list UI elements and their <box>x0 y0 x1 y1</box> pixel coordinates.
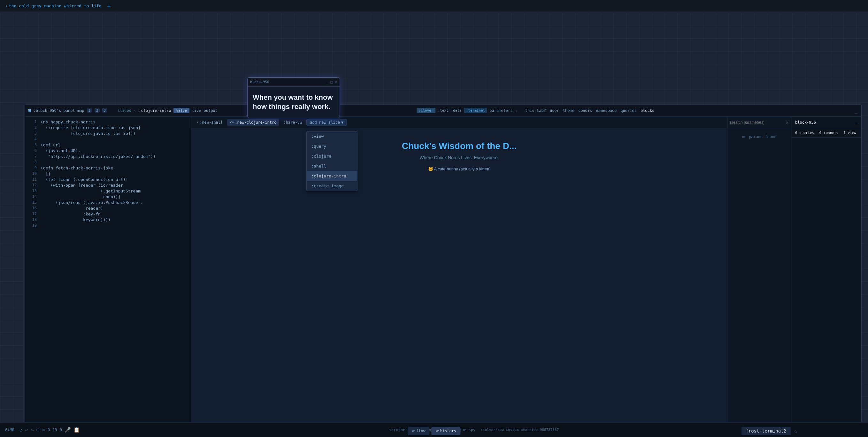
flow-button[interactable]: ⟳ flow <box>408 427 430 435</box>
line-number: 3 <box>28 131 37 136</box>
block-stat-runners: 0 runners <box>819 131 839 135</box>
code-text: (defn fetch-chuck-norris-joke <box>40 166 113 170</box>
undo-icon[interactable]: ↩ <box>25 427 28 433</box>
block-panel-header: block-956 — <box>791 117 861 128</box>
dropdown-clojure-intro[interactable]: :clojure-intro <box>307 171 357 181</box>
clipboard-icon[interactable]: 📋 <box>73 427 80 433</box>
code-line: 6 (java.net.URL. <box>25 148 191 154</box>
dropdown-shell[interactable]: :shell <box>307 161 357 171</box>
content-area: 1(ns hoppy.chuck-norris2 (:require [cloj… <box>25 117 861 422</box>
code-line: 1(ns hoppy.chuck-norris <box>25 119 191 125</box>
code-text: [] <box>40 171 51 176</box>
dropdown-create-image[interactable]: :create-image <box>307 181 357 191</box>
code-text: (:require [clojure.data.json :as json] <box>40 125 141 130</box>
block-panel-collapse-btn[interactable]: — <box>855 120 858 125</box>
slice-tab-hare-label: :hare-vw <box>283 120 302 125</box>
code-line: 14 conn))] <box>25 194 191 200</box>
runners-count: 0 runners <box>819 131 839 135</box>
panel-title: :block-956's panel map <box>34 108 84 113</box>
line-number: 6 <box>28 148 37 153</box>
view-content-area: Chuck's Wisdom of the D... Where Chuck N… <box>191 128 727 422</box>
history-button[interactable]: ⟳ history <box>432 427 461 435</box>
floating-close-btn[interactable]: × <box>335 80 337 84</box>
code-lines: 1(ns hoppy.chuck-norris2 (:require [cloj… <box>25 119 191 229</box>
code-text: (json/read (java.io.PushbackReader. <box>40 200 143 205</box>
add-slice-label: add new slice <box>310 120 340 125</box>
code-line: 7 "https://api.chucknorris.io/jokes/rand… <box>25 154 191 159</box>
params-close-btn[interactable]: × <box>786 120 788 125</box>
snap-icon[interactable]: ⊡ <box>36 427 40 433</box>
params-arrow[interactable]: ‹ <box>515 108 518 113</box>
code-line: 5(def url <box>25 142 191 148</box>
block-panel-title: block-956 <box>795 120 816 125</box>
nav-this-tab[interactable]: this-tab? <box>525 108 546 113</box>
view-panel: ⚡ :new-shell <> :new-clojure-intro :hare… <box>191 117 727 422</box>
code-text: (let [conn (.openConnection url)] <box>40 177 128 182</box>
nav-blocks[interactable]: blocks <box>641 108 654 113</box>
line-number: 7 <box>28 154 37 158</box>
line-number: 11 <box>28 177 37 181</box>
history-label: history <box>440 429 457 433</box>
slice-tabs-bar: ⚡ :new-shell <> :new-clojure-intro :hare… <box>191 117 727 128</box>
code-text: keyword)))) <box>40 217 111 222</box>
nav-queries[interactable]: queries <box>620 108 637 113</box>
solver-status: :solver/raw-custom-override-986787067 <box>480 428 559 432</box>
line-number: 17 <box>28 212 37 216</box>
floating-maximize-btn[interactable]: □ <box>331 80 333 84</box>
nav-user[interactable]: user <box>550 108 559 113</box>
nav-condis[interactable]: condis <box>578 108 592 113</box>
new-tab-button[interactable]: + <box>105 3 113 9</box>
code-text: "https://api.chucknorris.io/jokes/random… <box>40 154 156 159</box>
nav-theme[interactable]: theme <box>563 108 575 113</box>
code-line: 13 (.getInputStream <box>25 188 191 194</box>
badge-2: 2 <box>95 108 100 113</box>
value-badge[interactable]: value <box>174 108 189 113</box>
output-button[interactable]: output <box>204 108 217 113</box>
star-button[interactable]: ☆ <box>794 427 798 435</box>
code-text: reader) <box>40 206 103 211</box>
code-line: 17 :key-fn <box>25 211 191 217</box>
slice-tab-hare-vw[interactable]: :hare-vw <box>281 119 305 126</box>
memory-usage: 64MB <box>5 428 14 432</box>
panel-collapse-btn[interactable]: _ <box>854 108 859 114</box>
back-icon: ‹ <box>5 3 8 8</box>
data-badge[interactable]: :data <box>451 108 462 113</box>
view-subtitle: Where Chuck Norris Lives: Everywhere. <box>420 155 499 160</box>
count-13: 13 <box>52 428 57 432</box>
add-slice-dropdown[interactable]: add new slice ▼ :view :query :clojure :s… <box>306 119 347 126</box>
code-line: 12 (with-open [reader (io/reader <box>25 182 191 188</box>
code-line: 9(defn fetch-chuck-norris-joke <box>25 165 191 171</box>
refresh-icon[interactable]: ↺ <box>20 427 23 433</box>
line-number: 5 <box>28 143 37 147</box>
clover-badge[interactable]: :clover <box>416 108 435 113</box>
slice-tab-new-shell[interactable]: ⚡ :new-shell <box>194 119 225 126</box>
slice-name[interactable]: :clojure-intro <box>138 108 171 113</box>
params-search-input[interactable] <box>730 120 784 125</box>
queries-count: 0 queries <box>795 131 814 135</box>
history-icon: ⟳ <box>436 429 439 433</box>
dropdown-clojure[interactable]: :clojure <box>307 151 357 161</box>
stop-icon[interactable]: × <box>42 427 45 433</box>
dropdown-query[interactable]: :query <box>307 141 357 151</box>
terminal-badge[interactable]: :terminal <box>464 108 487 113</box>
slices-arrow-left[interactable]: ‹ <box>134 108 136 113</box>
tab-title: the cold grey machine whirred to life <box>9 3 101 8</box>
slice-tab-clojure-intro[interactable]: <> :new-clojure-intro <box>227 119 279 126</box>
views-count: 1 view <box>843 131 856 135</box>
back-button[interactable]: ‹ the cold grey machine whirred to life <box>3 2 104 9</box>
block-stat-views: 1 view <box>843 131 856 135</box>
code-icon: <> <box>230 120 234 124</box>
live-button[interactable]: live <box>192 108 201 113</box>
code-line: 2 (:require [clojure.data.json :as json] <box>25 125 191 131</box>
line-number: 8 <box>28 160 37 164</box>
code-text: (def url <box>40 143 61 147</box>
nav-namespace[interactable]: namespace <box>596 108 617 113</box>
dropdown-view[interactable]: :view <box>307 132 357 141</box>
text-badge[interactable]: :text <box>438 108 448 113</box>
floating-minimize-btn[interactable]: _ <box>326 80 329 84</box>
line-number: 18 <box>28 217 37 222</box>
mic-icon[interactable]: 🎤 <box>65 427 71 433</box>
code-line: 10 [] <box>25 171 191 177</box>
redo-icon[interactable]: ↪ <box>31 427 34 433</box>
add-slice-button[interactable]: add new slice ▼ <box>306 119 347 126</box>
